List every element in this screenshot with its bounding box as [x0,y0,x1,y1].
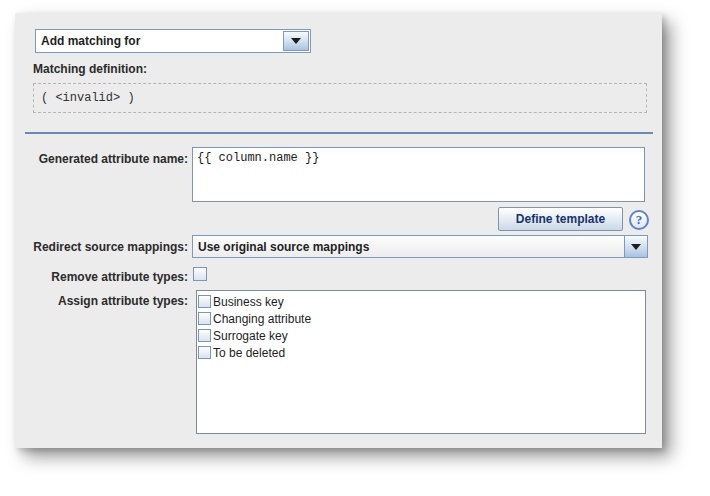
item-label: Changing attribute [213,312,311,326]
list-item[interactable]: To be deleted [198,344,645,361]
assign-attribute-types-label: Assign attribute types: [33,294,188,308]
combo-dropdown-arrow-button[interactable] [624,236,647,257]
generated-attribute-name-value: {{ column.name }} [193,148,644,168]
generated-attribute-name-label: Generated attribute name: [33,152,188,166]
item-label: To be deleted [213,346,285,360]
add-matching-combobox-value: Add matching for [36,30,282,52]
add-matching-combobox[interactable]: Add matching for [35,29,311,53]
chevron-down-icon [291,38,301,44]
list-item[interactable]: Surrogate key [198,327,645,344]
combo-dropdown-arrow-button[interactable] [283,31,309,51]
section-separator [25,132,653,134]
redirect-source-mappings-value: Use original source mappings [193,236,624,257]
matching-definition-value: ( <invalid> ) [41,91,135,105]
matching-definition-box: ( <invalid> ) [33,83,647,113]
redirect-source-mappings-label: Redirect source mappings: [33,240,188,254]
list-item[interactable]: Changing attribute [198,310,645,327]
item-checkbox[interactable] [198,329,211,342]
chevron-down-icon [631,244,641,250]
redirect-source-mappings-combobox[interactable]: Use original source mappings [192,235,648,258]
remove-attribute-types-label: Remove attribute types: [33,270,188,284]
item-checkbox[interactable] [198,312,211,325]
item-label: Business key [213,295,284,309]
remove-attribute-types-checkbox[interactable] [193,267,207,281]
item-checkbox[interactable] [198,295,211,308]
help-icon[interactable]: ? [629,210,649,230]
item-checkbox[interactable] [198,346,211,359]
matching-definition-label: Matching definition: [33,62,147,76]
list-item[interactable]: Business key [198,293,645,310]
define-template-button[interactable]: Define template [498,207,623,231]
dialog-panel: Add matching for Matching definition: ( … [15,13,662,448]
assign-attribute-types-list: Business key Changing attribute Surrogat… [196,290,646,434]
item-label: Surrogate key [213,329,288,343]
generated-attribute-name-input[interactable]: {{ column.name }} [192,147,645,202]
